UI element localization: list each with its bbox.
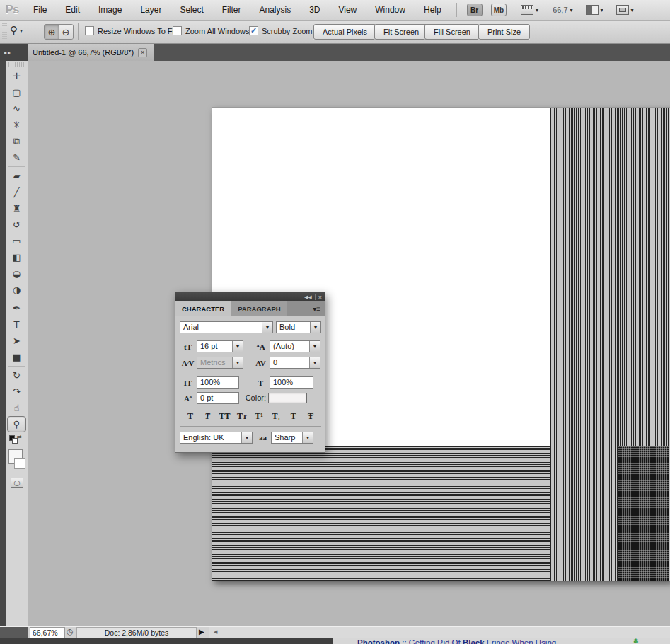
chevron-down-icon[interactable]: ▾	[241, 432, 252, 443]
history-brush-tool[interactable]: ↺	[6, 217, 28, 233]
3d-orbit-tool[interactable]: ↷	[6, 384, 28, 400]
rectangular-marquee-tool[interactable]: ▢	[6, 84, 28, 100]
arrange-documents-icon[interactable]	[586, 5, 599, 15]
scrubby-zoom-checkbox[interactable]: ✓ Scrubby Zoom	[249, 26, 313, 35]
menu-edit[interactable]: Edit	[56, 0, 89, 21]
small-caps-button[interactable]: Tᴛ	[234, 411, 250, 422]
toolbar-grip[interactable]	[8, 62, 25, 67]
launch-bridge-button[interactable]: Br	[467, 4, 483, 16]
spot-healing-brush-tool[interactable]: ▰	[6, 168, 28, 184]
baseline-shift-field[interactable]: 0 pt	[197, 392, 239, 404]
chevron-down-icon[interactable]: ▾	[309, 341, 320, 352]
font-family-select[interactable]: Arial ▾	[180, 321, 273, 333]
path-selection-tool[interactable]: ➤	[6, 333, 28, 349]
tracking-select[interactable]: 0 ▾	[270, 357, 320, 369]
all-caps-button[interactable]: TT	[217, 411, 233, 422]
zoom-in-button[interactable]: ⊕	[45, 25, 59, 39]
lasso-tool[interactable]: ∿	[6, 100, 28, 117]
chevron-down-icon[interactable]: ▾	[232, 341, 243, 352]
background-page-link[interactable]: Photoshop :: Getting Rid Of Black Fringe…	[357, 638, 556, 644]
horizontal-stripe-pattern[interactable]	[212, 446, 550, 581]
zoom-level-dropdown-icon[interactable]: ▾	[570, 7, 573, 13]
text-color-swatch[interactable]	[268, 393, 307, 403]
checkbox-box[interactable]	[173, 26, 182, 35]
resize-windows-checkbox[interactable]: Resize Windows To Fit	[85, 26, 176, 35]
document-tab[interactable]: Untitled-1 @ 66,7% (RGB/8*) ×	[28, 44, 154, 61]
horizontal-scrollbar[interactable]	[209, 627, 670, 638]
language-select[interactable]: English: UK ▾	[180, 432, 253, 444]
subscript-button[interactable]: T₁	[268, 411, 284, 422]
menu-analysis[interactable]: Analysis	[250, 0, 300, 21]
menu-view[interactable]: View	[329, 0, 366, 21]
menu-window[interactable]: Window	[366, 0, 415, 21]
blur-tool[interactable]: ◒	[6, 265, 28, 282]
zoom-level-field[interactable]: 66,7	[553, 6, 567, 14]
menu-3d[interactable]: 3D	[300, 0, 329, 21]
menu-file[interactable]: File	[24, 0, 56, 21]
zoom-all-windows-checkbox[interactable]: Zoom All Windows	[173, 26, 249, 35]
superscript-button[interactable]: T¹	[251, 411, 267, 422]
panel-menu-icon[interactable]: ▾≡	[313, 301, 325, 316]
hand-tool[interactable]: ☝	[6, 400, 28, 416]
close-icon[interactable]: ×	[138, 48, 147, 57]
menu-image[interactable]: Image	[89, 0, 131, 21]
options-bar-grip[interactable]	[2, 23, 7, 40]
faux-bold-button[interactable]: T	[183, 411, 198, 422]
menu-filter[interactable]: Filter	[213, 0, 250, 21]
canvas-area[interactable]	[28, 61, 670, 626]
eyedropper-tool[interactable]: ✎	[6, 149, 28, 166]
pen-tool[interactable]: ✒	[6, 300, 28, 316]
rectangle-tool[interactable]: ■	[6, 349, 28, 365]
quick-mask-button[interactable]: ◯	[11, 478, 23, 488]
chevron-down-icon[interactable]: ▾	[262, 322, 272, 333]
print-size-button[interactable]: Print Size	[478, 24, 530, 40]
gradient-tool[interactable]: ◧	[6, 249, 28, 265]
status-flyout-icon[interactable]: ▶	[199, 628, 204, 636]
anti-alias-select[interactable]: Sharp ▾	[271, 432, 313, 444]
chevron-down-icon[interactable]: ▾	[302, 432, 313, 443]
zoom-tool-preset[interactable]: ⚲ ▾	[10, 24, 25, 37]
quick-selection-tool[interactable]: ✳	[6, 117, 28, 133]
arrange-documents-dropdown-icon[interactable]: ▾	[601, 7, 603, 13]
dodge-tool[interactable]: ◑	[6, 282, 28, 298]
brush-tool[interactable]: ╱	[6, 184, 28, 200]
checkbox-box-checked[interactable]: ✓	[249, 26, 258, 35]
default-colors-control[interactable]: ⇄	[9, 435, 22, 445]
status-zoom-field[interactable]: 66,67%	[30, 627, 65, 638]
eraser-tool[interactable]: ▭	[6, 233, 28, 249]
view-extras-icon[interactable]	[521, 5, 533, 15]
faux-italic-button[interactable]: T	[200, 411, 215, 422]
3d-rotate-tool[interactable]: ↻	[6, 367, 28, 384]
font-style-select[interactable]: Bold ▾	[276, 321, 321, 333]
panel-title-bar[interactable]: ◀◀ ×	[175, 292, 325, 301]
tab-character[interactable]: CHARACTER	[175, 301, 231, 316]
toolbar-collapse-header[interactable]: ▸▸	[0, 44, 28, 61]
kerning-select[interactable]: Metrics ▾	[197, 357, 243, 369]
vertical-scale-field[interactable]: 100%	[197, 376, 239, 389]
leading-select[interactable]: (Auto) ▾	[270, 340, 320, 352]
checkbox-box[interactable]	[85, 26, 94, 35]
fit-screen-button[interactable]: Fit Screen	[374, 24, 428, 40]
scroll-left-icon[interactable]: ◀	[214, 629, 217, 635]
background-color-swatch[interactable]	[14, 458, 25, 469]
actual-pixels-button[interactable]: Actual Pixels	[313, 24, 376, 40]
move-tool[interactable]: ✛	[6, 68, 28, 84]
underline-button[interactable]: T	[286, 411, 301, 422]
tool-preset-dropdown-icon[interactable]: ▾	[20, 28, 23, 34]
zoom-out-button[interactable]: ⊖	[59, 25, 73, 39]
collapse-to-icons-icon[interactable]: ◀◀	[304, 294, 312, 300]
close-icon[interactable]: ×	[318, 294, 322, 301]
type-tool[interactable]: T	[6, 316, 28, 333]
fill-screen-button[interactable]: Fill Screen	[424, 24, 480, 40]
font-size-select[interactable]: 16 pt ▾	[197, 340, 243, 352]
launch-minibridge-button[interactable]: Mb	[491, 4, 507, 16]
swap-colors-icon[interactable]: ⇄	[17, 434, 22, 440]
tab-paragraph[interactable]: PARAGRAPH	[231, 301, 287, 316]
chevron-down-icon[interactable]: ▾	[232, 357, 243, 368]
menu-layer[interactable]: Layer	[131, 0, 171, 21]
chevron-down-icon[interactable]: ▾	[310, 322, 320, 333]
view-extras-dropdown-icon[interactable]: ▾	[536, 7, 538, 13]
strikethrough-button[interactable]: Ŧ	[303, 411, 318, 422]
horizontal-scale-field[interactable]: 100%	[270, 376, 313, 389]
clone-stamp-tool[interactable]: ♜	[6, 200, 28, 217]
